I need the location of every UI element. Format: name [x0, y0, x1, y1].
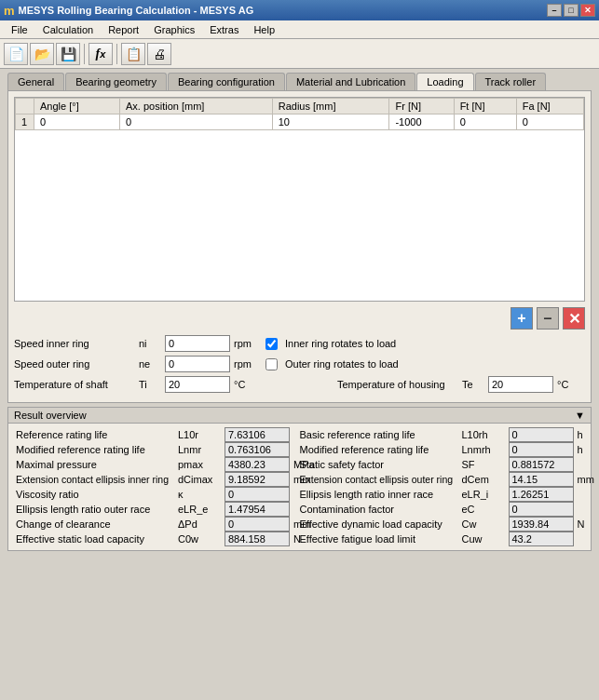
menu-report[interactable]: Report	[101, 22, 146, 37]
res-val-2a: 0.763106	[225, 442, 290, 457]
tab-general[interactable]: General	[7, 73, 64, 90]
load-table-container: Angle [°] Ax. position [mm] Radius [mm] …	[14, 97, 585, 302]
speed-outer-sym: ne	[139, 358, 161, 370]
new-button[interactable]: 📄	[4, 43, 28, 65]
res-sym-2a: Lnmr	[178, 444, 221, 455]
cell-ft[interactable]: 0	[454, 114, 516, 130]
res-label-6b: Contamination factor	[300, 504, 458, 515]
col-radius-header: Radius [mm]	[272, 99, 389, 114]
speed-outer-unit: rpm	[234, 358, 262, 370]
res-label-5a: Viscosity ratio	[16, 489, 174, 500]
res-val-1a: 7.63106	[225, 427, 290, 442]
remove-row-button[interactable]: –	[537, 307, 559, 330]
menu-extras[interactable]: Extras	[202, 22, 246, 37]
res-val-8a: 884.158	[225, 532, 290, 546]
paste-button[interactable]: 📋	[121, 43, 145, 65]
res-label-2a: Modified reference rating life	[16, 444, 174, 455]
res-label-3a: Maximal pressure	[16, 459, 174, 470]
cell-angle[interactable]: 0	[34, 114, 120, 130]
result-left-3: Maximal pressure pmax 4380.23 MPa	[16, 457, 300, 472]
menu-file[interactable]: File	[4, 22, 35, 37]
col-ft-header: Ft [N]	[454, 99, 516, 114]
speed-inner-input[interactable]	[165, 335, 230, 352]
col-axpos-header: Ax. position [mm]	[120, 99, 273, 114]
res-label-4a: Extension contact ellipsis inner ring	[16, 474, 174, 485]
inner-rotates-checkbox[interactable]	[265, 338, 278, 350]
res-sym-7a: ΔPd	[178, 518, 221, 530]
result-left-1: Reference rating life L10r 7.63106	[16, 427, 300, 442]
result-collapse-icon: ▼	[575, 410, 585, 421]
res-unit-2b: h	[578, 444, 600, 455]
result-right-5: Ellipsis length ratio inner race eLR_i 1…	[300, 487, 584, 502]
speed-outer-input[interactable]	[165, 356, 230, 372]
res-sym-3a: pmax	[178, 459, 221, 470]
result-right-7: Effective dynamic load capacity Cw 1939.…	[300, 517, 584, 532]
temp-housing-input[interactable]	[488, 376, 553, 393]
toolbar-separator	[84, 44, 85, 64]
result-row-6: Ellipsis length ratio outer race eLR_e 1…	[16, 502, 583, 517]
res-sym-5a: κ	[178, 489, 221, 500]
res-sym-6a: eLR_e	[178, 504, 221, 515]
result-header[interactable]: Result overview ▼	[8, 408, 591, 424]
cell-axpos[interactable]: 0	[120, 114, 273, 130]
res-sym-4b: dCem	[462, 474, 505, 485]
app-icon: m	[4, 4, 15, 18]
menu-calculation[interactable]: Calculation	[35, 22, 101, 37]
temp-housing-label: Temperature of housing	[337, 379, 458, 390]
formula-button[interactable]: fx	[88, 43, 113, 65]
outer-rotates-checkbox[interactable]	[265, 358, 278, 370]
temp-shaft-label: Temperature of shaft	[14, 379, 135, 390]
res-sym-8a: C0w	[178, 533, 221, 545]
tab-loading[interactable]: Loading	[416, 73, 473, 90]
res-val-3b: 0.881572	[509, 457, 574, 472]
speed-outer-row: Speed outer ring ne rpm Outer ring rotat…	[14, 356, 585, 372]
outer-rotates-label: Outer ring rotates to load	[285, 358, 399, 370]
print-button[interactable]: 🖨	[147, 43, 171, 65]
title-bar-controls[interactable]: – □ ✕	[547, 4, 595, 17]
temp-shaft-input[interactable]	[165, 376, 230, 393]
row-num: 1	[16, 114, 34, 130]
res-label-5b: Ellipsis length ratio inner race	[300, 489, 458, 500]
temp-shaft-unit: °C	[234, 379, 262, 390]
cell-radius[interactable]: 10	[272, 114, 389, 130]
res-sym-5b: eLR_i	[462, 489, 505, 500]
cell-fa[interactable]: 0	[516, 114, 583, 130]
table-row: 1 0 0 10 -1000 0 0	[16, 114, 584, 130]
open-button[interactable]: 📂	[30, 43, 54, 65]
menu-help[interactable]: Help	[246, 22, 282, 37]
result-title: Result overview	[14, 410, 87, 421]
res-val-5b: 1.26251	[509, 487, 574, 502]
minimize-button[interactable]: –	[547, 4, 562, 17]
temp-row: Temperature of shaft Ti °C Temperature o…	[14, 376, 585, 393]
tab-material-lubrication[interactable]: Material and Lubrication	[286, 73, 415, 90]
res-val-6a: 1.47954	[225, 502, 290, 517]
res-label-1a: Reference rating life	[16, 429, 174, 440]
speed-inner-row: Speed inner ring ni rpm Inner ring rotat…	[14, 335, 585, 352]
res-val-8b: 43.2	[509, 532, 574, 546]
res-val-5a: 0	[225, 487, 290, 502]
clear-rows-button[interactable]: ✕	[563, 307, 585, 330]
tab-bearing-configuration[interactable]: Bearing configuration	[168, 73, 285, 90]
result-body: Reference rating life L10r 7.63106 Basic…	[8, 424, 591, 550]
result-right-6: Contamination factor eC 0	[300, 502, 584, 517]
tab-bearing-geometry[interactable]: Bearing geometry	[65, 73, 167, 90]
menu-bar: File Calculation Report Graphics Extras …	[0, 20, 599, 39]
save-button[interactable]: 💾	[56, 43, 80, 65]
main-content: Angle [°] Ax. position [mm] Radius [mm] …	[7, 90, 592, 403]
menu-graphics[interactable]: Graphics	[146, 22, 202, 37]
res-val-6b: 0	[509, 502, 574, 517]
result-right-1: Basic reference rating life L10rh 0 h	[300, 427, 584, 442]
add-row-button[interactable]: +	[511, 307, 533, 330]
close-button[interactable]: ✕	[580, 4, 595, 17]
window-title: MESYS Rolling Bearing Calculation - MESY…	[19, 5, 254, 16]
tab-bar: General Bearing geometry Bearing configu…	[0, 69, 599, 90]
title-bar: m MESYS Rolling Bearing Calculation - ME…	[0, 0, 599, 20]
maximize-button[interactable]: □	[564, 4, 579, 17]
res-unit-1b: h	[578, 429, 600, 440]
res-val-3a: 4380.23	[225, 457, 290, 472]
res-sym-4a: dCimax	[178, 474, 221, 485]
tab-track-roller[interactable]: Track roller	[475, 73, 547, 90]
cell-fr[interactable]: -1000	[389, 114, 454, 130]
result-left-6: Ellipsis length ratio outer race eLR_e 1…	[16, 502, 300, 517]
res-val-1b: 0	[509, 427, 574, 442]
